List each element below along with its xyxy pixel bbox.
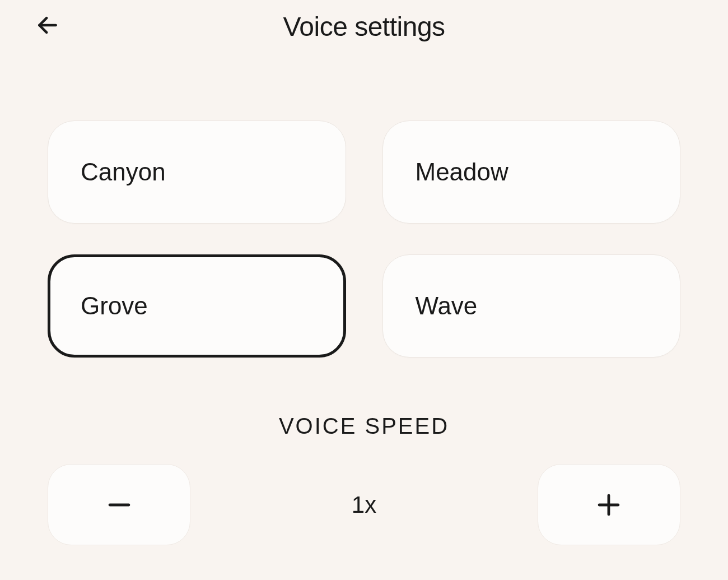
voice-option-label: Wave <box>416 292 478 319</box>
speed-increase-button[interactable] <box>538 464 680 545</box>
page-title: Voice settings <box>283 11 445 42</box>
voice-options-grid: Canyon Meadow Grove Wave <box>0 64 728 358</box>
header: Voice settings <box>0 0 728 64</box>
voice-option-canyon[interactable]: Canyon <box>48 120 346 224</box>
minus-icon <box>103 489 136 521</box>
arrow-left-icon <box>35 13 60 38</box>
voice-speed-controls: 1x <box>0 439 728 545</box>
back-button[interactable] <box>34 11 62 39</box>
voice-speed-label: VOICE SPEED <box>0 414 728 439</box>
voice-option-label: Canyon <box>81 158 166 185</box>
voice-option-wave[interactable]: Wave <box>382 254 681 358</box>
voice-option-grove[interactable]: Grove <box>48 254 346 358</box>
voice-speed-value: 1x <box>352 491 376 518</box>
speed-decrease-button[interactable] <box>48 464 190 545</box>
voice-option-label: Meadow <box>416 158 508 185</box>
voice-option-label: Grove <box>81 292 148 319</box>
voice-speed-section: VOICE SPEED 1x <box>0 414 728 545</box>
voice-option-meadow[interactable]: Meadow <box>382 120 681 224</box>
plus-icon <box>592 489 625 521</box>
